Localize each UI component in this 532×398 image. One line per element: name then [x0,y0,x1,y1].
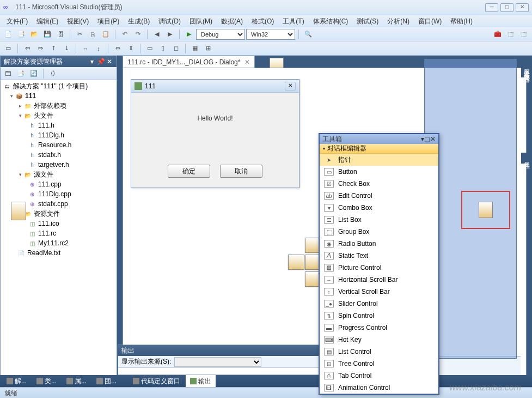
tree-headers-folder[interactable]: ▾📂头文件 [2,111,115,120]
toolbox-category[interactable]: 对话框编辑器 [320,144,438,154]
align-right-icon[interactable]: ⤇ [34,43,46,55]
align-left-icon[interactable]: ⤆ [21,43,33,55]
toolbox-item-radio[interactable]: ◉Radio Button [320,238,438,250]
ext2-icon[interactable]: ⬚ [518,28,530,40]
toolbox-item-listctrl[interactable]: ▤List Control [320,346,438,358]
panel-dropdown-icon[interactable]: ▾ [88,58,96,65]
tree-file[interactable]: h111.h [2,120,115,130]
toolbox-item-static[interactable]: AStatic Text [320,250,438,262]
server-explorer-tab[interactable]: 服务器资源管理器 [521,60,532,77]
same-height-icon[interactable]: ▯ [157,43,169,55]
tree-extern-deps[interactable]: ▸📁外部依赖项 [2,101,115,111]
center-h-icon[interactable]: ↔ [80,43,91,55]
toolbox-item-groupbox[interactable]: ⬚Group Box [320,226,438,238]
tree-solution-root[interactable]: 🗂解决方案 "111" (1 个项目) [2,81,115,91]
toolbox-item-progress[interactable]: ▬Progress Control [320,322,438,334]
toolbox-item-button[interactable]: ▭Button [320,166,438,178]
space-v-icon[interactable]: ⇕ [125,43,137,55]
ext-icon[interactable]: ⬚ [505,28,517,40]
undo-icon[interactable]: ↶ [119,28,131,40]
toolbox-item-checkbox[interactable]: ☑Check Box [320,178,438,190]
toolbox-item-spin[interactable]: ⇅Spin Control [320,310,438,322]
toolbox-item-tab[interactable]: ⎙Tab Control [320,370,438,382]
menu-team[interactable]: 团队(M) [185,15,217,27]
menu-file[interactable]: 文件(F) [2,15,32,27]
menu-project[interactable]: 项目(P) [93,15,124,27]
toolbox-panel[interactable]: 工具箱 ▾ ▢ ✕ 对话框编辑器 ➤指针 ▭Button ☑Check Box … [319,133,439,395]
close-button[interactable]: ✕ [516,3,529,12]
tree-project[interactable]: ▾📦111 [2,91,115,101]
menu-analyze[interactable]: 分析(N) [383,15,414,27]
tree-readme[interactable]: 📄ReadMe.txt [2,248,115,258]
cancel-button[interactable]: 取消 [220,165,262,178]
menu-format[interactable]: 格式(O) [247,15,278,27]
tree-file[interactable]: ◫My111.rc2 [2,238,115,248]
panel-close-icon[interactable]: ✕ [106,58,113,65]
toolbox-item-picture[interactable]: 🖼Picture Control [320,262,438,274]
tree-file[interactable]: h111Dlg.h [2,130,115,140]
find-icon[interactable]: 🔍 [302,28,314,40]
toolbox-item-tree[interactable]: ⊟Tree Control [320,358,438,370]
nav-back-icon[interactable]: ◀ [151,28,163,40]
toolbox-item-listbox[interactable]: ☰List Box [320,214,438,226]
toolbox-item-hotkey[interactable]: ⌨Hot Key [320,334,438,346]
space-h-icon[interactable]: ⇔ [112,43,124,55]
menu-data[interactable]: 数据(A) [217,15,247,27]
toolbox-item-hscroll[interactable]: ↔Horizontal Scroll Bar [320,274,438,286]
dock-left-icon[interactable] [288,255,304,270]
dialog-preview[interactable]: 111 ✕ Hello World! 确定 取消 [131,79,299,188]
tree-file[interactable]: ⊕111.cpp [2,179,115,189]
menu-view[interactable]: 视图(V) [63,15,93,27]
dock-right-target-icon[interactable] [479,202,493,218]
menu-window[interactable]: 窗口(W) [414,15,446,27]
tree-file[interactable]: hResource.h [2,140,115,150]
toolbox-item-slider[interactable]: ⎯●Slider Control [320,298,438,310]
menu-edit[interactable]: 编辑(E) [32,15,63,27]
same-width-icon[interactable]: ▭ [144,43,156,55]
maximize-button[interactable]: □ [500,3,513,12]
copy-icon[interactable]: ⎘ [87,28,99,40]
redo-icon[interactable]: ↷ [132,28,144,40]
platform-combo[interactable]: Win32 [246,29,295,40]
btab-props[interactable]: 属... [62,375,91,388]
properties-tab[interactable]: 属性 [521,153,532,164]
btab-codedef[interactable]: 代码定义窗口 [129,375,185,388]
btab-output[interactable]: 输出 [186,375,216,388]
same-size-icon[interactable]: ◻ [170,43,182,55]
add-item-icon[interactable]: 📑 [15,28,27,40]
toolbox-item-animation[interactable]: 🎞Animation Control [320,382,438,394]
btab-team[interactable]: 团... [92,375,121,388]
menu-debug[interactable]: 调试(D) [154,15,185,27]
show-all-icon[interactable]: 📑 [15,68,27,80]
ok-button[interactable]: 确定 [168,165,210,178]
cut-icon[interactable]: ✂ [74,28,85,40]
btab-class[interactable]: 类... [32,375,61,388]
toolbox-item-edit[interactable]: abEdit Control [320,190,438,202]
nav-fwd-icon[interactable]: ▶ [164,28,176,40]
dialog-close-icon[interactable]: ✕ [285,82,296,91]
save-icon[interactable]: 💾 [41,28,53,40]
document-tab[interactable]: 111.rc - IDD_MY1..._DIALOG - Dialog* ✕ [123,56,255,68]
tree-file[interactable]: ⊕111Dlg.cpp [2,189,115,199]
dock-left-target-icon[interactable] [11,202,26,220]
grid-icon[interactable]: ▦ [189,43,201,55]
minimize-button[interactable]: ─ [485,3,498,12]
menu-test[interactable]: 测试(S) [352,15,383,27]
view-code-icon[interactable]: ⟨⟩ [47,68,59,80]
refresh-icon[interactable]: 🔄 [28,68,40,80]
tree-file[interactable]: hstdafx.h [2,150,115,160]
toolbox-pin-icon[interactable]: ▢ [424,135,430,143]
menu-build[interactable]: 生成(B) [124,15,154,27]
tree-sources-folder[interactable]: ▾📂源文件 [2,170,115,179]
tree-file[interactable]: htargetver.h [2,160,115,170]
align-top-icon[interactable]: ⤒ [47,43,59,55]
open-icon[interactable]: 📂 [28,28,40,40]
toolbox-item-combo[interactable]: ▾Combo Box [320,202,438,214]
toolbox-item-vscroll[interactable]: ↕Vertical Scroll Bar [320,286,438,298]
toolbox-close-icon[interactable]: ✕ [430,135,436,143]
menu-architecture[interactable]: 体系结构(C) [309,15,353,27]
toolbox-item-pointer[interactable]: ➤指针 [320,154,438,166]
paste-icon[interactable]: 📋 [100,28,112,40]
align-bottom-icon[interactable]: ⤓ [60,43,72,55]
menu-help[interactable]: 帮助(H) [446,15,477,27]
